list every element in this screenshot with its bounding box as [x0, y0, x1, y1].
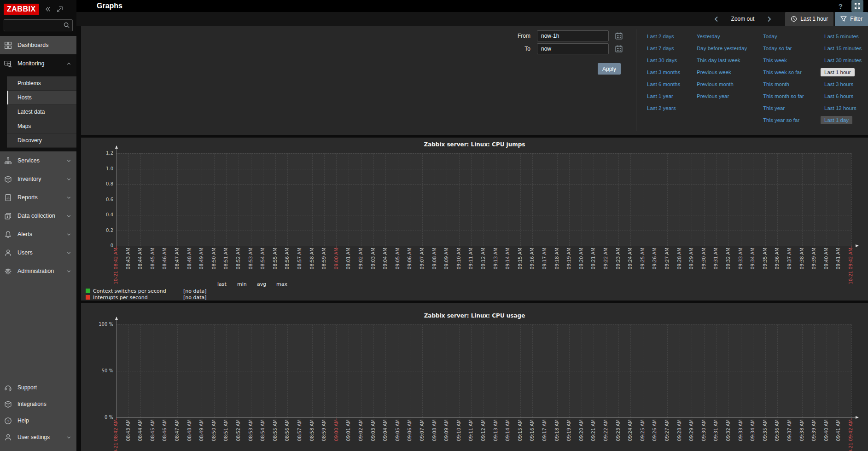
sidebar-item-label: User settings: [17, 434, 50, 440]
sidebar-item-services[interactable]: Services: [0, 151, 76, 170]
range-link-this-day-last-week[interactable]: This day last week: [693, 56, 744, 64]
range-link-previous-month[interactable]: Previous month: [693, 80, 737, 88]
sidebar-item-alerts[interactable]: Alerts: [0, 225, 76, 243]
range-link-last-1-year[interactable]: Last 1 year: [643, 92, 677, 100]
sidebar-item-support[interactable]: Support: [0, 379, 76, 396]
range-link-previous-week[interactable]: Previous week: [693, 68, 735, 76]
range-link-last-5-minutes[interactable]: Last 5 minutes: [821, 32, 862, 40]
quick-range-row: Last 1 year: [647, 90, 684, 102]
apply-button[interactable]: Apply: [598, 63, 621, 75]
sidebar-item-users[interactable]: Users: [0, 243, 76, 262]
range-link-this-year[interactable]: This year: [759, 104, 788, 112]
filter-tab[interactable]: Filter: [835, 12, 868, 26]
x-axis-label: 09:32 AM: [726, 419, 731, 441]
sidebar-item-data-collection[interactable]: Data collection: [0, 207, 76, 225]
x-axis-label: 09:04 AM: [383, 248, 388, 269]
sidebar-item-discovery[interactable]: Discovery: [7, 133, 76, 148]
x-axis-arrow-icon: [856, 416, 859, 419]
sidebar-item-problems[interactable]: Problems: [7, 76, 76, 91]
range-link-last-7-days[interactable]: Last 7 days: [643, 44, 678, 52]
x-axis-label: 09:10 AM: [456, 248, 461, 269]
zabbix-logo[interactable]: ZABBIX: [4, 4, 39, 15]
search-input[interactable]: [4, 19, 73, 31]
range-link-this-week[interactable]: This week: [759, 56, 791, 64]
x-axis-label: 08:45 AM: [150, 248, 155, 269]
x-axis-label: 09:28 AM: [677, 419, 682, 441]
x-axis-label: 09:13 AM: [493, 419, 498, 441]
range-link-last-2-years[interactable]: Last 2 years: [643, 104, 680, 112]
x-axis-label: 09:31 AM: [713, 419, 718, 441]
zoom-out-button[interactable]: Zoom out: [731, 16, 755, 22]
sidebar-item-integrations[interactable]: Integrations: [0, 396, 76, 412]
x-axis-label: 09:16 AM: [530, 419, 535, 441]
range-link-this-year-so-far[interactable]: This year so far: [759, 116, 803, 124]
legend-series-value: [no data]: [183, 288, 207, 294]
range-link-last-3-months[interactable]: Last 3 months: [643, 68, 684, 76]
range-link-yesterday[interactable]: Yesterday: [693, 32, 724, 40]
time-forward-icon[interactable]: [764, 16, 774, 22]
x-axis-label: 09:08 AM: [432, 248, 437, 269]
x-axis-label: 08:47 AM: [175, 248, 180, 269]
chevron-down-icon: [66, 268, 72, 274]
chevron-down-icon: [66, 213, 72, 219]
from-input[interactable]: [537, 30, 609, 41]
quick-ranges-column: TodayToday so farThis weekThis week so f…: [763, 30, 808, 126]
x-axis-label: 09:18 AM: [554, 248, 559, 269]
range-link-last-1-hour[interactable]: Last 1 hour: [821, 68, 855, 76]
sidebar-item-hosts[interactable]: Hosts: [7, 91, 76, 105]
help-icon[interactable]: ?: [837, 2, 845, 10]
range-link-last-6-months[interactable]: Last 6 months: [643, 80, 684, 88]
time-back-icon[interactable]: [711, 16, 721, 22]
range-link-today[interactable]: Today: [759, 32, 781, 40]
sidebar-item-user-settings[interactable]: User settings: [0, 429, 76, 445]
hide-sidebar-icon[interactable]: [57, 6, 63, 12]
legend-series-value: [no data]: [183, 295, 207, 301]
x-axis-label: 09:12 AM: [481, 248, 486, 269]
range-link-last-6-hours[interactable]: Last 6 hours: [821, 92, 857, 100]
range-link-today-so-far[interactable]: Today so far: [759, 44, 796, 52]
x-axis-label: 09:12 AM: [481, 419, 486, 441]
range-link-previous-year[interactable]: Previous year: [693, 92, 733, 100]
range-link-last-2-days[interactable]: Last 2 days: [643, 32, 678, 40]
quick-range-row: This day last week: [697, 54, 751, 66]
range-link-last-1-day[interactable]: Last 1 day: [821, 116, 852, 124]
range-link-last-3-hours[interactable]: Last 3 hours: [821, 80, 857, 88]
sidebar-item-maps[interactable]: Maps: [7, 119, 76, 133]
range-link-this-month-so-far[interactable]: This month so far: [759, 92, 808, 100]
sidebar-item-latest-data[interactable]: Latest data: [7, 105, 76, 119]
sidebar-item-administration[interactable]: Administration: [0, 262, 76, 280]
sidebar-item-help[interactable]: ?Help: [0, 412, 76, 429]
sidebar-item-monitoring[interactable]: Monitoring: [0, 54, 76, 73]
quick-range-row: Last 6 months: [647, 78, 684, 90]
collapse-sidebar-icon[interactable]: [45, 6, 51, 12]
to-input[interactable]: [537, 43, 609, 54]
range-link-last-15-minutes[interactable]: Last 15 minutes: [821, 44, 865, 52]
x-axis-label: 09:38 AM: [799, 419, 804, 441]
quick-range-row: Last 1 day: [824, 114, 865, 126]
to-calendar-icon[interactable]: [613, 43, 624, 54]
search-icon[interactable]: [63, 22, 70, 30]
sidebar-item-inventory[interactable]: Inventory: [0, 170, 76, 188]
sidebar-item-dashboards[interactable]: Dashboards: [0, 36, 76, 54]
time-range-tab[interactable]: Last 1 hour: [785, 12, 833, 26]
range-link-last-12-hours[interactable]: Last 12 hours: [821, 104, 860, 112]
chevron-down-icon: [66, 176, 72, 182]
kiosk-mode-button[interactable]: [851, 0, 863, 12]
from-calendar-icon[interactable]: [613, 30, 624, 41]
range-link-last-30-minutes[interactable]: Last 30 minutes: [821, 56, 865, 64]
range-link-this-week-so-far[interactable]: This week so far: [759, 68, 805, 76]
range-link-this-month[interactable]: This month: [759, 80, 793, 88]
x-axis-label: 08:43 AM: [126, 419, 131, 441]
legend-column-header: min: [237, 281, 247, 287]
gridline-h: [116, 215, 851, 215]
x-axis-label: 09:04 AM: [383, 419, 388, 441]
sidebar-item-reports[interactable]: Reports: [0, 188, 76, 207]
range-link-last-30-days[interactable]: Last 30 days: [643, 56, 681, 64]
x-axis-label: 08:51 AM: [223, 419, 228, 441]
quick-range-row: Last 5 minutes: [824, 30, 865, 42]
y-axis-label: 100 %: [84, 322, 113, 327]
x-axis-label: 09:34 AM: [750, 248, 755, 269]
range-link-day-before-yesterday[interactable]: Day before yesterday: [693, 44, 751, 52]
sidebar-item-label: Inventory: [17, 176, 41, 182]
legend-series-color: [86, 289, 90, 293]
